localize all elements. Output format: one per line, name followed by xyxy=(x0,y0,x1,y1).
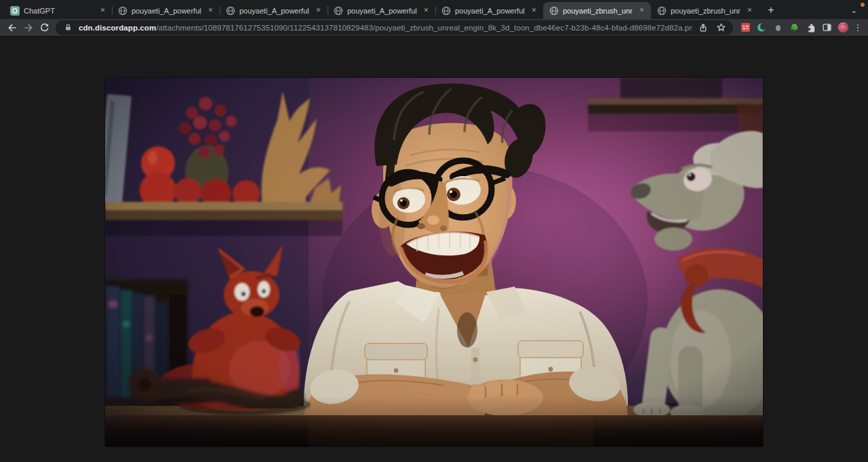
tab-close-icon[interactable]: ✕ xyxy=(205,5,216,16)
extension-icon-red-dashes[interactable] xyxy=(738,20,753,35)
tab-close-icon[interactable]: ✕ xyxy=(421,5,431,16)
tab-powerful-modern-2[interactable]: pouyaeti_A_powerful_modern ✕ xyxy=(220,2,328,19)
lock-icon[interactable] xyxy=(61,21,75,35)
extension-icon-mouse[interactable] xyxy=(770,20,786,35)
tab-title: pouyaeti_A_powerful_modern xyxy=(132,7,201,15)
tab-title: ChatGPT xyxy=(24,7,94,15)
tab-close-icon[interactable]: ✕ xyxy=(745,5,755,16)
tab-title: pouyaeti_zbrush_unreal_engin xyxy=(671,7,741,15)
tab-title: pouyaeti_A_powerful_modern xyxy=(239,7,309,15)
chatgpt-favicon-icon xyxy=(10,6,20,16)
bookmark-star-icon[interactable] xyxy=(714,21,728,35)
tab-powerful-modern-3[interactable]: pouyaeti_A_powerful_modern ✕ xyxy=(328,2,435,19)
globe-favicon-icon xyxy=(226,6,235,16)
share-icon[interactable] xyxy=(696,21,710,35)
url-text: cdn.discordapp.com/attachments/108978176… xyxy=(79,24,692,32)
tab-title: pouyaeti_A_powerful_modern xyxy=(347,7,417,15)
tab-zbrush-unreal-active[interactable]: pouyaeti_zbrush_unreal_engin ✕ xyxy=(543,2,651,19)
forward-button[interactable] xyxy=(20,20,36,35)
image-viewer-page xyxy=(0,37,868,462)
tab-title: pouyaeti_A_powerful_modern xyxy=(455,7,525,15)
tab-close-icon[interactable]: ✕ xyxy=(98,5,108,16)
globe-favicon-icon xyxy=(549,6,559,16)
url-domain: cdn.discordapp.com xyxy=(79,24,156,32)
tab-powerful-modern-1[interactable]: pouyaeti_A_powerful_modern ✕ xyxy=(112,2,220,19)
tab-strip: ChatGPT ✕ pouyaeti_A_powerful_modern ✕ p… xyxy=(0,0,868,19)
discord-attachment-image[interactable] xyxy=(105,78,763,446)
extension-icon-dark-reader-crescent[interactable] xyxy=(754,20,770,35)
address-bar[interactable]: cdn.discordapp.com/attachments/108978176… xyxy=(56,20,733,35)
extensions-puzzle-icon[interactable] xyxy=(803,20,818,35)
recording-indicator-dot xyxy=(861,3,865,7)
tab-overflow-chevron-icon[interactable]: ⌄ xyxy=(851,6,857,15)
browser-toolbar: cdn.discordapp.com/attachments/108978176… xyxy=(0,19,868,37)
reload-button[interactable] xyxy=(37,20,52,35)
tab-zbrush-unreal-2[interactable]: pouyaeti_zbrush_unreal_engin ✕ xyxy=(651,2,759,19)
tab-powerful-modern-4[interactable]: pouyaeti_A_powerful_modern ✕ xyxy=(435,2,543,19)
extension-icon-green-tree[interactable] xyxy=(787,20,802,35)
globe-favicon-icon xyxy=(334,6,343,16)
tab-close-icon[interactable]: ✕ xyxy=(637,5,647,16)
tab-chatgpt[interactable]: ChatGPT ✕ xyxy=(4,2,112,19)
globe-favicon-icon xyxy=(657,6,667,16)
tab-close-icon[interactable]: ✕ xyxy=(313,5,323,16)
tab-title: pouyaeti_zbrush_unreal_engin xyxy=(563,7,633,15)
tab-close-icon[interactable]: ✕ xyxy=(529,5,539,16)
back-button[interactable] xyxy=(4,20,20,35)
browser-menu-kebab-icon[interactable]: ⋮ xyxy=(852,22,864,33)
url-path: /attachments/1089781761275351090/1122543… xyxy=(156,24,692,32)
side-panel-icon[interactable] xyxy=(819,20,835,35)
profile-avatar[interactable] xyxy=(835,20,851,35)
bottom-shadow-overlay xyxy=(105,396,763,446)
globe-favicon-icon xyxy=(118,6,127,16)
new-tab-button[interactable]: + xyxy=(763,2,779,18)
globe-favicon-icon xyxy=(441,6,451,16)
vignette-overlay xyxy=(105,78,763,446)
